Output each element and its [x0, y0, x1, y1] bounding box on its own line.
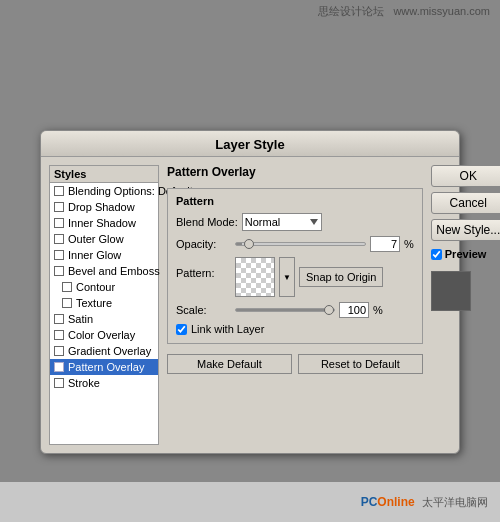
sidebar-item-contour[interactable]: Contour: [50, 279, 158, 295]
sidebar-item-pattern-overlay[interactable]: Pattern Overlay: [50, 359, 158, 375]
pattern-preview[interactable]: [235, 257, 275, 297]
style-label-pattern-overlay: Pattern Overlay: [68, 361, 144, 373]
pattern-label: Pattern:: [176, 267, 231, 279]
pconline-text: PC: [361, 495, 378, 509]
link-layer-label: Link with Layer: [191, 323, 264, 335]
preview-label: Preview: [445, 248, 487, 260]
checkbox-contour[interactable]: [62, 282, 72, 292]
scale-slider[interactable]: [235, 308, 335, 312]
scale-input[interactable]: [339, 302, 369, 318]
bottom-buttons: Make Default Reset to Default: [167, 354, 423, 374]
watermark-text1: 思绘设计论坛: [318, 5, 384, 17]
reset-default-btn[interactable]: Reset to Default: [298, 354, 423, 374]
style-label-outer-glow: Outer Glow: [68, 233, 124, 245]
section-header: Pattern Overlay: [167, 165, 423, 182]
link-layer-checkbox[interactable]: [176, 324, 187, 335]
checkbox-drop-shadow[interactable]: [54, 202, 64, 212]
preview-checkbox[interactable]: [431, 249, 442, 260]
style-label-texture: Texture: [76, 297, 112, 309]
style-label-contour: Contour: [76, 281, 115, 293]
sidebar-item-drop-shadow[interactable]: Drop Shadow: [50, 199, 158, 215]
checkbox-color-overlay[interactable]: [54, 330, 64, 340]
sidebar-item-blending[interactable]: Blending Options: Default: [50, 183, 158, 199]
sidebar-item-stroke[interactable]: Stroke: [50, 375, 158, 391]
make-default-btn[interactable]: Make Default: [167, 354, 292, 374]
center-panel: Pattern Overlay Pattern Blend Mode: Norm…: [167, 165, 423, 445]
style-label-drop-shadow: Drop Shadow: [68, 201, 135, 213]
ok-button[interactable]: OK: [431, 165, 500, 187]
cancel-button[interactable]: Cancel: [431, 192, 500, 214]
style-label-inner-shadow: Inner Shadow: [68, 217, 136, 229]
new-style-button[interactable]: New Style...: [431, 219, 500, 241]
logo-sub: 太平洋电脑网: [422, 496, 488, 508]
style-label-gradient-overlay: Gradient Overlay: [68, 345, 151, 357]
styles-panel: Styles Blending Options: DefaultDrop Sha…: [49, 165, 159, 445]
sidebar-item-satin[interactable]: Satin: [50, 311, 158, 327]
scale-row: Scale: %: [176, 302, 414, 318]
bottom-bar: PCOnline 太平洋电脑网: [0, 482, 500, 522]
sidebar-item-color-overlay[interactable]: Color Overlay: [50, 327, 158, 343]
opacity-label: Opacity:: [176, 238, 231, 250]
scale-label: Scale:: [176, 304, 231, 316]
checkbox-outer-glow[interactable]: [54, 234, 64, 244]
sidebar-item-gradient-overlay[interactable]: Gradient Overlay: [50, 343, 158, 359]
blend-mode-row: Blend Mode: Normal Multiply Screen: [176, 213, 414, 231]
checkbox-inner-shadow[interactable]: [54, 218, 64, 228]
watermark: 思绘设计论坛 www.missyuan.com: [318, 4, 490, 19]
pattern-dropdown-btn[interactable]: ▼: [279, 257, 295, 297]
scale-slider-container: [235, 308, 335, 312]
checkbox-inner-glow[interactable]: [54, 250, 64, 260]
opacity-row: Opacity: %: [176, 236, 414, 252]
dialog-title: Layer Style: [41, 131, 459, 157]
checkbox-gradient-overlay[interactable]: [54, 346, 64, 356]
preview-swatch: [431, 271, 471, 311]
pattern-area: ▼ Snap to Origin: [235, 257, 383, 297]
pattern-section-title: Pattern: [176, 195, 414, 207]
style-label-inner-glow: Inner Glow: [68, 249, 121, 261]
pattern-row: Pattern: ▼ Snap to Origin: [176, 257, 414, 297]
snap-to-origin-btn[interactable]: Snap to Origin: [299, 267, 383, 287]
opacity-slider[interactable]: [235, 242, 366, 246]
pattern-section: Pattern Blend Mode: Normal Multiply Scre…: [167, 188, 423, 344]
bottom-logo: PCOnline 太平洋电脑网: [361, 495, 488, 510]
sidebar-item-inner-shadow[interactable]: Inner Shadow: [50, 215, 158, 231]
dialog-body: Styles Blending Options: DefaultDrop Sha…: [41, 157, 459, 453]
right-panel: OK Cancel New Style... Preview: [431, 165, 500, 445]
checkbox-texture[interactable]: [62, 298, 72, 308]
sidebar-item-outer-glow[interactable]: Outer Glow: [50, 231, 158, 247]
opacity-percent: %: [404, 238, 414, 250]
sidebar-item-inner-glow[interactable]: Inner Glow: [50, 247, 158, 263]
opacity-slider-container: [235, 242, 366, 246]
sidebar-item-texture[interactable]: Texture: [50, 295, 158, 311]
style-label-color-overlay: Color Overlay: [68, 329, 135, 341]
opacity-input[interactable]: [370, 236, 400, 252]
layer-style-dialog: Layer Style Styles Blending Options: Def…: [40, 130, 460, 454]
blend-mode-select[interactable]: Normal Multiply Screen: [242, 213, 322, 231]
preview-check-row: Preview: [431, 248, 500, 260]
checkbox-pattern-overlay[interactable]: [54, 362, 64, 372]
styles-panel-title: Styles: [50, 166, 158, 183]
online-text: Online: [377, 495, 414, 509]
watermark-text2: www.missyuan.com: [393, 5, 490, 17]
checkbox-bevel-emboss[interactable]: [54, 266, 64, 276]
link-row: Link with Layer: [176, 323, 414, 335]
checkbox-satin[interactable]: [54, 314, 64, 324]
scale-percent: %: [373, 304, 383, 316]
checkbox-stroke[interactable]: [54, 378, 64, 388]
blend-mode-label: Blend Mode:: [176, 216, 238, 228]
sidebar-item-bevel-emboss[interactable]: Bevel and Emboss: [50, 263, 158, 279]
style-label-bevel-emboss: Bevel and Emboss: [68, 265, 160, 277]
checkbox-blending[interactable]: [54, 186, 64, 196]
style-label-stroke: Stroke: [68, 377, 100, 389]
style-label-satin: Satin: [68, 313, 93, 325]
